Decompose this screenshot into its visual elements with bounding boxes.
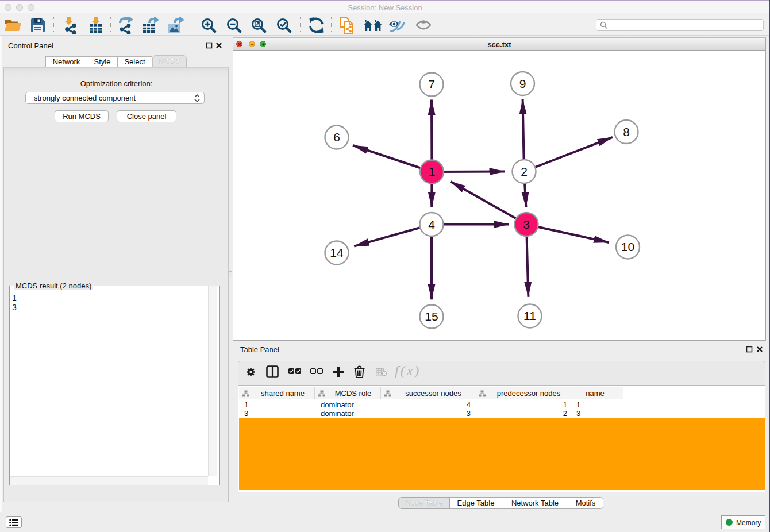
svg-text:9: 9 — [519, 77, 526, 90]
svg-text:15: 15 — [425, 310, 438, 323]
svg-text:3: 3 — [523, 218, 530, 231]
svg-text:10: 10 — [621, 240, 634, 253]
svg-text:11: 11 — [523, 309, 536, 322]
svg-text:1: 1 — [429, 165, 436, 178]
svg-text:6: 6 — [333, 130, 340, 144]
svg-text:7: 7 — [428, 78, 435, 91]
svg-text:8: 8 — [623, 125, 630, 138]
svg-text:2: 2 — [521, 165, 528, 178]
svg-text:4: 4 — [428, 218, 435, 231]
svg-text:14: 14 — [330, 246, 344, 259]
